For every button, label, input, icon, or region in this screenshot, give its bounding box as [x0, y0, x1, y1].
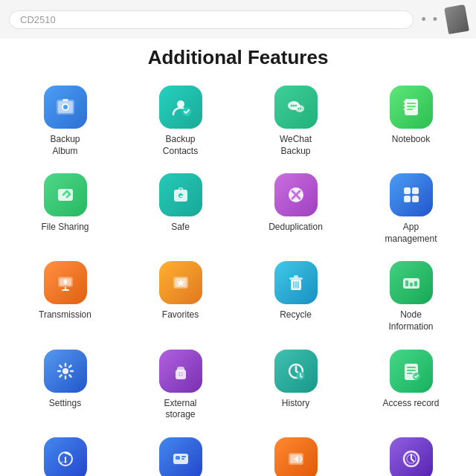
svg-rect-16 [407, 106, 416, 107]
grid-item-access-record[interactable]: Access record [353, 342, 469, 430]
grid-item-backup-contacts[interactable]: BackupContacts [123, 78, 238, 166]
svg-point-8 [290, 105, 292, 107]
search-bar[interactable]: CD2510 [9, 10, 414, 29]
file-sharing-icon [44, 173, 87, 216]
svg-rect-20 [403, 109, 405, 110]
hard-drive-self-test-icon [44, 437, 87, 476]
svg-point-13 [299, 108, 300, 109]
grid-item-deduplication[interactable]: Deduplication [238, 166, 353, 254]
external-storage-icon [159, 350, 202, 393]
svg-rect-31 [412, 187, 419, 194]
notebook-label: Notebook [392, 134, 430, 146]
grid-item-file-sharing[interactable]: File Sharing [7, 166, 123, 254]
svg-rect-17 [407, 109, 413, 110]
wechat-backup-label: WeChatBackup [280, 134, 312, 157]
notebook-icon [390, 86, 433, 129]
svg-rect-15 [407, 103, 416, 104]
grid-item-backup-album[interactable]: BackupAlbum [7, 78, 123, 166]
grid-item-transmission[interactable]: Transmission [7, 254, 123, 341]
svg-rect-18 [403, 101, 405, 103]
top-dots: • • [421, 12, 439, 28]
app-management-icon [390, 173, 433, 216]
svg-rect-19 [403, 105, 405, 106]
svg-rect-26 [180, 196, 183, 197]
svg-rect-59 [407, 367, 416, 368]
svg-point-12 [297, 108, 298, 109]
grid-item-time-machine[interactable]: TimeMachine [353, 430, 469, 476]
access-record-icon [390, 350, 433, 393]
svg-point-64 [64, 460, 66, 463]
recycle-label: Recycle [280, 309, 312, 321]
favorites-label: Favorites [162, 309, 199, 321]
grid-item-dlna[interactable]: DLNA [238, 430, 353, 476]
transmission-label: Transmission [39, 309, 91, 321]
svg-rect-30 [404, 187, 411, 194]
top-bar: CD2510 • • [0, 0, 476, 39]
backup-album-label: BackupAlbum [50, 134, 80, 157]
backup-contacts-label: BackupContacts [163, 134, 198, 157]
favorites-icon [159, 261, 202, 304]
svg-rect-48 [410, 283, 413, 286]
page-title: Additional Features [0, 39, 476, 75]
grid-item-samba[interactable]: Samba [123, 430, 238, 476]
safe-icon [159, 173, 202, 216]
transmission-icon [44, 261, 87, 304]
svg-rect-65 [173, 454, 188, 464]
svg-point-9 [292, 105, 295, 107]
grid-item-history[interactable]: History [238, 342, 353, 430]
recycle-icon [274, 261, 318, 304]
svg-rect-4 [62, 99, 68, 101]
safe-label: Safe [171, 222, 190, 234]
svg-point-5 [177, 100, 184, 108]
svg-rect-67 [181, 456, 186, 457]
grid-item-hard-drive-self-test[interactable]: Hard driveself-test [7, 430, 123, 476]
svg-rect-61 [407, 373, 413, 374]
svg-rect-21 [58, 189, 73, 201]
svg-rect-24 [180, 188, 181, 190]
features-grid: BackupAlbum BackupContacts [0, 75, 476, 476]
grid-item-favorites[interactable]: Favorites [123, 254, 238, 341]
history-label: History [282, 398, 309, 410]
svg-rect-36 [64, 281, 66, 284]
app-management-label: Appmanagement [385, 222, 437, 245]
samba-icon [159, 437, 202, 476]
grid-item-notebook[interactable]: Notebook [353, 78, 469, 166]
settings-icon [44, 350, 87, 393]
svg-rect-32 [404, 196, 411, 202]
svg-point-50 [62, 368, 68, 374]
svg-point-3 [63, 105, 68, 109]
file-sharing-label: File Sharing [41, 222, 89, 234]
svg-rect-42 [294, 275, 298, 278]
deduplication-icon [274, 173, 318, 216]
backup-album-icon [44, 86, 87, 129]
svg-rect-68 [181, 458, 184, 460]
svg-rect-49 [414, 281, 417, 286]
node-information-icon [390, 261, 433, 304]
svg-rect-60 [407, 370, 416, 371]
grid-item-node-information[interactable]: NodeInformation [353, 254, 469, 341]
grid-item-app-management[interactable]: Appmanagement [353, 166, 469, 254]
grid-item-wechat-backup[interactable]: WeChatBackup [238, 78, 353, 166]
svg-rect-33 [412, 196, 419, 202]
svg-rect-66 [176, 456, 180, 460]
grid-item-safe[interactable]: Safe [123, 166, 238, 254]
external-storage-label: Externalstorage [164, 398, 196, 421]
node-information-label: NodeInformation [388, 309, 433, 332]
settings-label: Settings [49, 398, 81, 410]
backup-contacts-icon [159, 86, 202, 129]
device-icon [444, 4, 469, 34]
svg-rect-52 [177, 367, 184, 371]
wechat-backup-icon [274, 86, 318, 129]
time-machine-icon [390, 437, 433, 476]
history-icon [274, 350, 318, 393]
grid-item-external-storage[interactable]: Externalstorage [123, 342, 238, 430]
dlna-icon [274, 437, 318, 476]
grid-item-settings[interactable]: Settings [7, 342, 123, 430]
svg-rect-47 [405, 280, 408, 286]
deduplication-label: Deduplication [268, 222, 323, 234]
grid-item-recycle[interactable]: Recycle [238, 254, 353, 341]
access-record-label: Access record [382, 398, 439, 410]
